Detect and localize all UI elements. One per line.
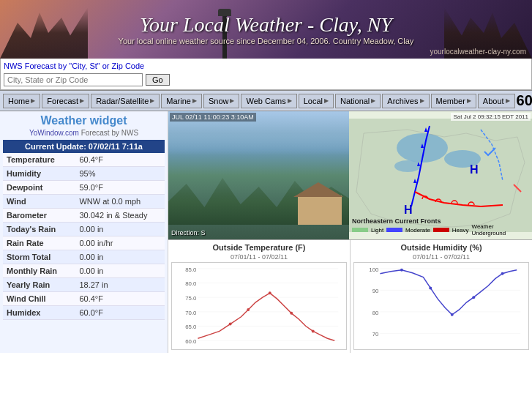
navigation-bar: Home ▶ Forecast ▶ Radar/Satellite ▶ Mari… bbox=[0, 90, 532, 111]
temperature-chart: Outside Temperature (F) 07/01/11 - 07/02… bbox=[168, 240, 351, 353]
svg-text:H: H bbox=[404, 204, 413, 216]
tree-left-decoration bbox=[0, 7, 88, 59]
svg-point-23 bbox=[229, 323, 232, 326]
table-row: Humidity95% bbox=[3, 167, 165, 181]
charts-row: Outside Temperature (F) 07/01/11 - 07/02… bbox=[168, 239, 532, 353]
nav-forecast-label: Forecast bbox=[47, 97, 78, 105]
nav-about-label: About bbox=[483, 97, 504, 105]
weather-row-label: Wind bbox=[3, 195, 75, 209]
search-button[interactable]: Go bbox=[146, 74, 170, 86]
radar-timestamp: Sat Jul 2 09:32:15 EDT 2011 bbox=[451, 113, 531, 121]
nav-member-arrow: ▶ bbox=[467, 97, 471, 104]
svg-text:90: 90 bbox=[372, 288, 379, 294]
svg-text:70.0: 70.0 bbox=[185, 310, 197, 316]
humidity-chart-date: 07/01/11 - 07/02/11 bbox=[353, 253, 529, 261]
legend-moderate-color bbox=[386, 228, 402, 232]
current-temperature: 60.4°F bbox=[517, 92, 532, 109]
webcam-direction-label: Direction: S bbox=[171, 229, 206, 236]
webcam-timestamp: JUL 02/11 11:00:23 3:10AM bbox=[170, 113, 256, 122]
widget-subtitle: YoWindow.com Forecast by NWS bbox=[3, 129, 165, 137]
nav-radar-arrow: ▶ bbox=[150, 97, 154, 104]
webcam-house bbox=[298, 195, 342, 225]
weather-row-value: 0.00 in bbox=[75, 250, 165, 264]
weather-row-label: Temperature bbox=[3, 153, 75, 167]
svg-text:80.0: 80.0 bbox=[185, 280, 197, 287]
svg-point-27 bbox=[312, 329, 315, 332]
radar-legend: Light Moderate Heavy Weather Underground bbox=[352, 223, 529, 236]
nav-member[interactable]: Member ▶ bbox=[431, 94, 476, 108]
webcam-background bbox=[168, 111, 349, 239]
webcam-roof bbox=[293, 182, 343, 197]
svg-point-41 bbox=[501, 272, 504, 275]
weather-row-value: 59.0°F bbox=[75, 181, 165, 195]
nav-marine[interactable]: Marine ▶ bbox=[161, 94, 202, 108]
table-row: Rain Rate0.00 in/hr bbox=[3, 236, 165, 250]
weather-row-label: Wind Chill bbox=[3, 292, 75, 306]
nav-home[interactable]: Home ▶ bbox=[3, 94, 40, 108]
weather-row-value: 95% bbox=[75, 167, 165, 181]
nav-radar[interactable]: Radar/Satellite ▶ bbox=[91, 94, 160, 108]
radar-credit: Weather Underground bbox=[471, 223, 529, 236]
weather-row-label: Storm Total bbox=[3, 250, 75, 264]
humidity-chart: Outside Humidity (%) 07/01/11 - 07/02/11… bbox=[351, 240, 532, 353]
weather-row-label: Monthly Rain bbox=[3, 264, 75, 278]
nav-forecast-arrow: ▶ bbox=[80, 97, 84, 104]
nav-marine-arrow: ▶ bbox=[192, 97, 197, 104]
current-update-bar: Current Update: 07/02/11 7:11a bbox=[3, 140, 165, 153]
nav-about[interactable]: About ▶ bbox=[478, 94, 515, 108]
weather-data-table: Temperature60.4°FHumidity95%Dewpoint59.0… bbox=[3, 153, 165, 320]
widget-forecast-text: Forecast by NWS bbox=[79, 129, 138, 137]
yowindow-link[interactable]: YoWindow.com bbox=[29, 129, 79, 137]
weather-row-value: 60.4°F bbox=[75, 292, 165, 306]
nav-archives[interactable]: Archives ▶ bbox=[382, 94, 429, 108]
nav-webcams[interactable]: Web Cams ▶ bbox=[241, 94, 296, 108]
weather-row-label: Barometer bbox=[3, 209, 75, 223]
svg-point-38 bbox=[429, 286, 432, 289]
svg-text:75.0: 75.0 bbox=[185, 295, 197, 302]
nav-snow[interactable]: Snow ▶ bbox=[203, 94, 240, 108]
table-row: Wind Chill60.4°F bbox=[3, 292, 165, 306]
page-header: Your Local Weather - Clay, NY Your local… bbox=[0, 0, 532, 59]
humidity-chart-svg: 100 90 80 70 bbox=[354, 263, 528, 349]
svg-point-25 bbox=[269, 291, 271, 294]
site-url: yourlocalweather-clay-ny.com bbox=[430, 48, 526, 56]
legend-light-label: Light bbox=[371, 227, 383, 234]
main-content: Weather widget YoWindow.com Forecast by … bbox=[0, 111, 532, 353]
nav-about-arrow: ▶ bbox=[506, 97, 510, 104]
nav-snow-arrow: ▶ bbox=[230, 97, 234, 104]
top-images-row: JUL 02/11 11:00:23 3:10AM Direction: S bbox=[168, 111, 532, 239]
svg-rect-10 bbox=[176, 263, 342, 349]
table-row: Temperature60.4°F bbox=[3, 153, 165, 167]
nav-marine-label: Marine bbox=[166, 97, 191, 105]
nav-member-label: Member bbox=[436, 97, 465, 105]
radar-image: H H Sat Jul 2 09:32:15 EDT 2011 Northeas… bbox=[349, 111, 532, 239]
nav-forecast[interactable]: Forecast ▶ bbox=[42, 94, 89, 108]
nav-local[interactable]: Local ▶ bbox=[299, 94, 334, 108]
svg-point-37 bbox=[400, 269, 403, 272]
humidity-chart-title: Outside Humidity (%) bbox=[353, 243, 529, 252]
humidity-chart-area: 100 90 80 70 bbox=[353, 262, 529, 350]
weather-row-value: 60.0°F bbox=[75, 306, 165, 320]
nav-snow-label: Snow bbox=[209, 97, 229, 105]
weather-row-label: Humidex bbox=[3, 306, 75, 320]
weather-row-value: 0.00 in bbox=[75, 264, 165, 278]
weather-row-label: Rain Rate bbox=[3, 236, 75, 250]
svg-point-3 bbox=[394, 160, 421, 172]
widget-title: Weather widget bbox=[3, 114, 165, 127]
search-label: NWS Forecast by "City, St" or Zip Code bbox=[4, 61, 528, 70]
svg-point-40 bbox=[472, 296, 475, 299]
header-content: Your Local Weather - Clay, NY Your local… bbox=[119, 13, 414, 45]
nav-home-arrow: ▶ bbox=[31, 97, 35, 104]
nav-national[interactable]: National ▶ bbox=[335, 94, 381, 108]
search-input[interactable] bbox=[4, 73, 143, 86]
table-row: Dewpoint59.0°F bbox=[3, 181, 165, 195]
nav-webcams-label: Web Cams bbox=[246, 97, 285, 105]
svg-text:85.0: 85.0 bbox=[185, 266, 197, 273]
weather-row-value: 0.00 in/hr bbox=[75, 236, 165, 250]
weather-widget-panel: Weather widget YoWindow.com Forecast by … bbox=[0, 111, 168, 353]
site-title: Your Local Weather - Clay, NY bbox=[119, 13, 414, 37]
weather-row-value: 60.4°F bbox=[75, 153, 165, 167]
legend-heavy-label: Heavy bbox=[452, 227, 469, 234]
weather-row-label: Humidity bbox=[3, 167, 75, 181]
nav-webcams-arrow: ▶ bbox=[288, 97, 292, 104]
